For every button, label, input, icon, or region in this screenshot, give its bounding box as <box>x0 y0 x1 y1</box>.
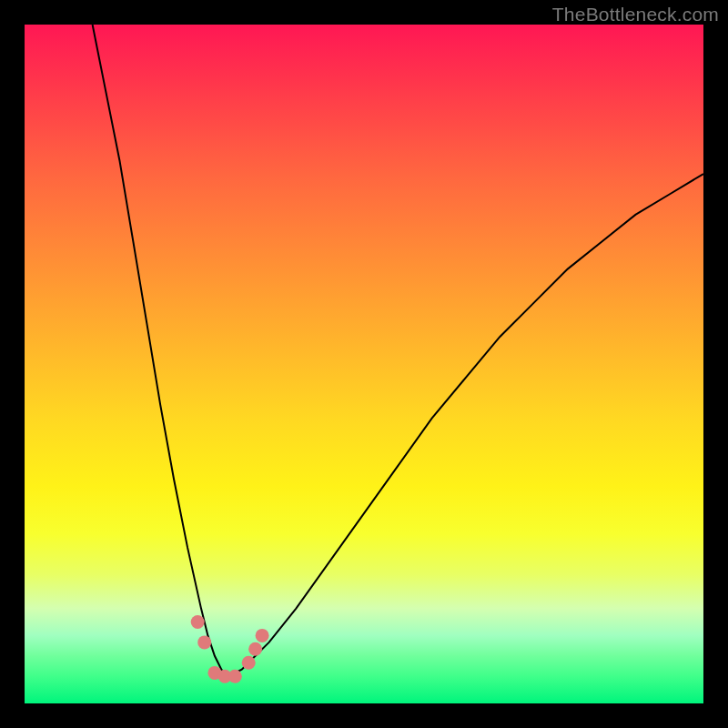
markers-group <box>191 615 269 683</box>
marker-dot <box>248 642 262 656</box>
right-curve <box>228 174 703 676</box>
marker-dot <box>256 629 269 642</box>
left-curve <box>93 25 228 676</box>
marker-dot <box>242 656 256 670</box>
chart-svg <box>25 25 703 703</box>
watermark-text: TheBottleneck.com <box>552 4 719 25</box>
marker-dot <box>197 635 211 649</box>
chart-plot-area <box>25 25 703 703</box>
marker-dot <box>228 670 242 683</box>
marker-dot <box>191 615 205 629</box>
